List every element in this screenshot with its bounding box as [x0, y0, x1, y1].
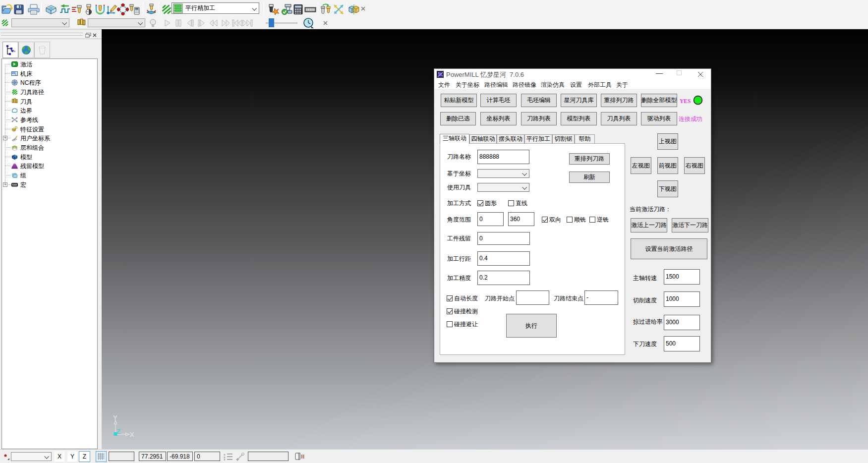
svg-text:Y: Y [113, 414, 117, 421]
svg-text:X: X [130, 431, 134, 438]
svg-text:z: z [224, 458, 226, 461]
